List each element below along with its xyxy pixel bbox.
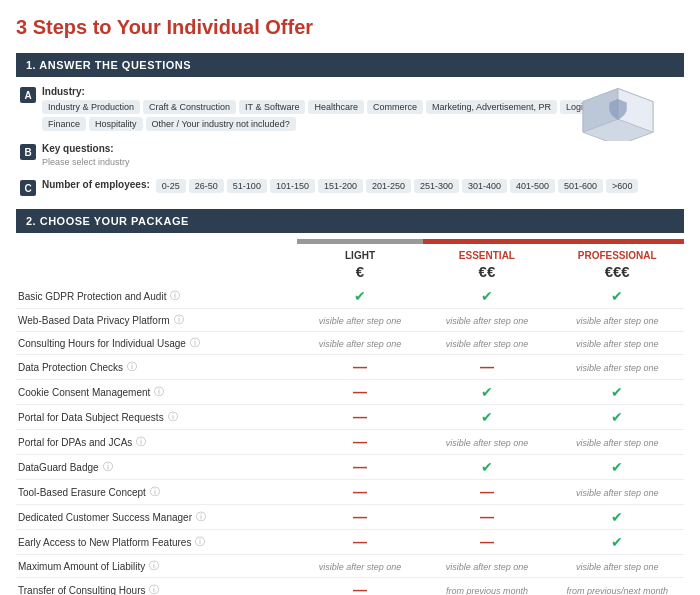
info-icon[interactable]: ⓘ: [149, 583, 159, 595]
feature-name: Dedicated Customer Success Manager: [18, 512, 192, 523]
dash-icon: —: [353, 484, 367, 500]
feature-light-cell: ✔: [297, 284, 424, 309]
check-icon: ✔: [611, 384, 623, 400]
feature-row: Cookie Consent Management ⓘ — ✔ ✔: [16, 380, 684, 405]
check-icon: ✔: [354, 288, 366, 304]
feature-label: Consulting Hours for Individual Usage ⓘ: [16, 332, 297, 355]
tag-marketing[interactable]: Marketing, Advertisement, PR: [426, 100, 557, 114]
feature-name: Portal for DPAs and JCAs: [18, 437, 132, 448]
feature-row: DataGuard Badge ⓘ — ✔ ✔: [16, 455, 684, 480]
feature-essential-cell: —: [423, 355, 550, 380]
tag-other[interactable]: Other / Your industry not included?: [146, 117, 296, 131]
visible-text: visible after step one: [446, 562, 529, 572]
dash-icon: —: [480, 534, 494, 550]
info-icon[interactable]: ⓘ: [154, 385, 164, 399]
tag-commerce[interactable]: Commerce: [367, 100, 423, 114]
visible-text: visible after step one: [576, 438, 659, 448]
tag-501-600[interactable]: 501-600: [558, 179, 603, 193]
feature-professional-cell: ✔: [550, 530, 684, 555]
question-c-content: Number of employees: 0-25 26-50 51-100 1…: [42, 179, 680, 193]
feature-professional-cell: visible after step one: [550, 430, 684, 455]
question-a-label: A: [20, 87, 36, 103]
feature-professional-cell: visible after step one: [550, 309, 684, 332]
info-icon[interactable]: ⓘ: [190, 336, 200, 350]
feature-label: Dedicated Customer Success Manager ⓘ: [16, 505, 297, 530]
info-icon[interactable]: ⓘ: [168, 410, 178, 424]
question-b-subtitle: Please select industry: [42, 157, 680, 167]
tag-251-300[interactable]: 251-300: [414, 179, 459, 193]
feature-light-cell: —: [297, 405, 424, 430]
tag-26-50[interactable]: 26-50: [189, 179, 224, 193]
info-icon[interactable]: ⓘ: [150, 485, 160, 499]
tag-151-200[interactable]: 151-200: [318, 179, 363, 193]
visible-text: from previous/next month: [566, 586, 668, 596]
feature-light-cell: visible after step one: [297, 309, 424, 332]
question-c-row: C Number of employees: 0-25 26-50 51-100…: [16, 176, 684, 199]
info-icon[interactable]: ⓘ: [127, 360, 137, 374]
feature-label: Cookie Consent Management ⓘ: [16, 380, 297, 405]
feature-row: Early Access to New Platform Features ⓘ …: [16, 530, 684, 555]
feature-light-cell: visible after step one: [297, 332, 424, 355]
feature-essential-cell: visible after step one: [423, 332, 550, 355]
tag-it-software[interactable]: IT & Software: [239, 100, 305, 114]
feature-label: Basic GDPR Protection and Audit ⓘ: [16, 284, 297, 309]
feature-light-cell: —: [297, 505, 424, 530]
check-icon: ✔: [611, 409, 623, 425]
info-icon[interactable]: ⓘ: [174, 313, 184, 327]
info-icon[interactable]: ⓘ: [196, 510, 206, 524]
tag-301-400[interactable]: 301-400: [462, 179, 507, 193]
feature-row: Transfer of Consulting Hours ⓘ — from pr…: [16, 578, 684, 596]
visible-text: visible after step one: [576, 316, 659, 326]
professional-pkg-price: €€€: [605, 263, 630, 280]
info-icon[interactable]: ⓘ: [136, 435, 146, 449]
feature-essential-cell: visible after step one: [423, 430, 550, 455]
tag-401-500[interactable]: 401-500: [510, 179, 555, 193]
feature-essential-cell: visible after step one: [423, 309, 550, 332]
info-icon[interactable]: ⓘ: [103, 460, 113, 474]
tag-0-25[interactable]: 0-25: [156, 179, 186, 193]
feature-professional-cell: ✔: [550, 284, 684, 309]
box-graphic: [568, 66, 668, 146]
feature-row: Data Protection Checks ⓘ — — visible aft…: [16, 355, 684, 380]
feature-label: Transfer of Consulting Hours ⓘ: [16, 578, 297, 596]
package-header-row: LIGHT € ESSENTIAL €€ PROFESSIONAL €€€: [16, 244, 684, 284]
light-pkg-name: LIGHT: [299, 250, 422, 261]
feature-name: Data Protection Checks: [18, 362, 123, 373]
feature-essential-cell: from previous month: [423, 578, 550, 596]
check-icon: ✔: [481, 288, 493, 304]
info-icon[interactable]: ⓘ: [149, 559, 159, 573]
feature-name: Portal for Data Subject Requests: [18, 412, 164, 423]
feature-row: Dedicated Customer Success Manager ⓘ — —…: [16, 505, 684, 530]
visible-text: visible after step one: [319, 339, 402, 349]
tag-51-100[interactable]: 51-100: [227, 179, 267, 193]
feature-light-cell: —: [297, 430, 424, 455]
tag-201-250[interactable]: 201-250: [366, 179, 411, 193]
dash-icon: —: [480, 509, 494, 525]
tag-craft-construction[interactable]: Craft & Construction: [143, 100, 236, 114]
feature-name: Web-Based Data Privacy Platform: [18, 315, 170, 326]
tag-600plus[interactable]: >600: [606, 179, 638, 193]
feature-light-cell: —: [297, 480, 424, 505]
feature-essential-cell: ✔: [423, 284, 550, 309]
tag-finance[interactable]: Finance: [42, 117, 86, 131]
feature-name: DataGuard Badge: [18, 462, 99, 473]
feature-professional-cell: ✔: [550, 405, 684, 430]
visible-text: visible after step one: [576, 363, 659, 373]
feature-name: Early Access to New Platform Features: [18, 537, 191, 548]
feature-professional-cell: ✔: [550, 455, 684, 480]
tag-industry-production[interactable]: Industry & Production: [42, 100, 140, 114]
feature-label: Web-Based Data Privacy Platform ⓘ: [16, 309, 297, 332]
dash-icon: —: [480, 359, 494, 375]
tag-hospitality[interactable]: Hospitality: [89, 117, 143, 131]
feature-name: Transfer of Consulting Hours: [18, 585, 145, 596]
tag-healthcare[interactable]: Healthcare: [308, 100, 364, 114]
tag-101-150[interactable]: 101-150: [270, 179, 315, 193]
dash-icon: —: [353, 509, 367, 525]
feature-light-cell: —: [297, 355, 424, 380]
info-icon[interactable]: ⓘ: [195, 535, 205, 549]
dash-icon: —: [353, 359, 367, 375]
info-icon[interactable]: ⓘ: [170, 289, 180, 303]
feature-name: Cookie Consent Management: [18, 387, 150, 398]
package-illustration: [573, 71, 663, 141]
question-c-label: C: [20, 180, 36, 196]
